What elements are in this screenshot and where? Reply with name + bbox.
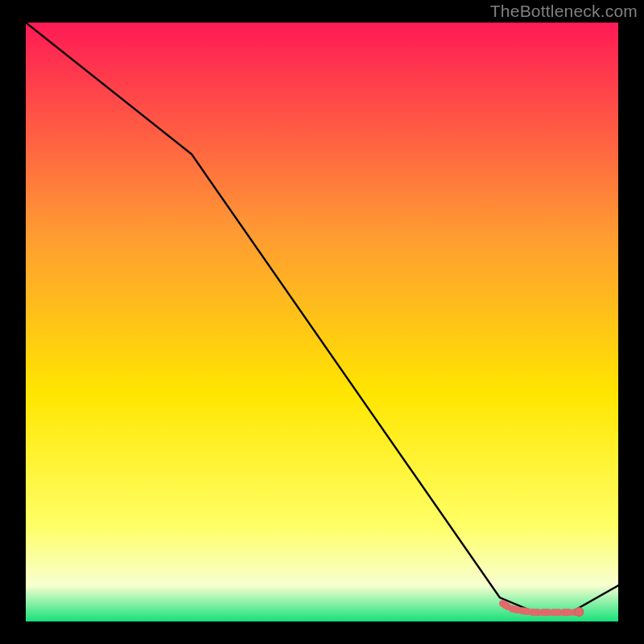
- end-marker: [575, 608, 584, 617]
- plot-area: [26, 23, 618, 621]
- attribution-text: TheBottleneck.com: [490, 2, 638, 21]
- chart-svg: [26, 23, 618, 621]
- gradient-background: [26, 23, 618, 621]
- chart-frame: TheBottleneck.com: [0, 0, 644, 644]
